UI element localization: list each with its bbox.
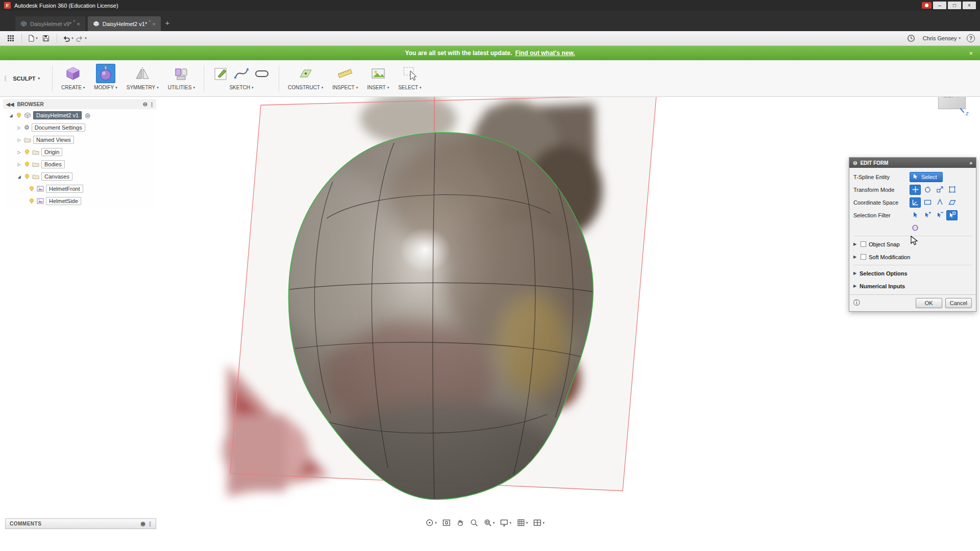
selection-space-button[interactable]: [946, 197, 958, 208]
numerical-inputs-row[interactable]: ▶ Numerical Inputs: [853, 280, 972, 292]
expand-icon[interactable]: ▷: [16, 162, 22, 167]
expand-icon[interactable]: ▶: [853, 242, 860, 246]
comments-panel[interactable]: COMMENTS ◉ ∥: [5, 518, 156, 529]
filter-face-button[interactable]: [946, 210, 958, 220]
job-status-clock-icon[interactable]: [905, 33, 917, 44]
ribbon-tool-construct[interactable]: CONSTRUCT▾: [283, 60, 328, 96]
help-button[interactable]: ?: [967, 34, 975, 42]
file-menu-button[interactable]: ▾: [27, 33, 38, 44]
world-space-button[interactable]: [910, 197, 921, 208]
ok-button[interactable]: OK: [916, 298, 942, 308]
cancel-button[interactable]: Cancel: [945, 298, 972, 308]
visibility-bulb-icon[interactable]: [29, 198, 35, 204]
chevron-down-icon: ▾: [157, 86, 159, 90]
pan-button[interactable]: [456, 518, 464, 527]
minimize-button[interactable]: –: [933, 2, 946, 9]
activate-target-icon[interactable]: ◎: [85, 112, 90, 119]
info-icon[interactable]: ⓘ: [853, 298, 860, 308]
visibility-bulb-icon[interactable]: [29, 186, 35, 192]
scale-mode-button[interactable]: [934, 185, 945, 195]
whats-new-link[interactable]: Find out what's new.: [515, 49, 575, 57]
panel-grip[interactable]: ∥: [149, 521, 152, 527]
expand-icon[interactable]: ▶: [853, 255, 860, 259]
undo-button[interactable]: ▾: [62, 33, 74, 44]
browser-header[interactable]: ◀◀ BROWSER ⊖ ∥: [3, 99, 156, 109]
expand-icon[interactable]: ▶: [853, 284, 860, 288]
panel-toggle-icon[interactable]: ⊖: [143, 101, 148, 108]
panel-grip[interactable]: ∥: [151, 102, 153, 107]
expand-icon[interactable]: ▷: [16, 126, 22, 130]
transform-box-mode-button[interactable]: [946, 185, 958, 195]
redo-button[interactable]: ▾: [76, 33, 87, 44]
browser-item-root[interactable]: ◢ DaisyHelmet2 v1 ◎: [3, 109, 156, 121]
expand-icon[interactable]: ▷: [16, 138, 22, 142]
ribbon-tool-inspect[interactable]: INSPECT▾: [328, 60, 362, 96]
visibility-bulb-icon[interactable]: [24, 161, 30, 167]
filter-vertex-button[interactable]: [922, 210, 933, 220]
ribbon-tool-create[interactable]: CREATE▾: [57, 60, 89, 96]
browser-item-document-settings[interactable]: ▷ ⚙ Document Settings: [3, 121, 156, 134]
selection-options-row[interactable]: ▶ Selection Options: [853, 267, 972, 280]
filter-all-button[interactable]: [910, 210, 921, 220]
visibility-bulb-icon[interactable]: [24, 173, 30, 180]
tab-close-icon[interactable]: ×: [77, 21, 80, 27]
banner-close-icon[interactable]: ×: [969, 49, 973, 57]
app-grid-icon[interactable]: [5, 33, 16, 44]
browser-item-helmetside[interactable]: HelmetSide: [3, 195, 156, 207]
select-entity-button[interactable]: Select: [910, 172, 943, 182]
expand-icon[interactable]: ▶: [853, 271, 860, 276]
collapse-panel-icon[interactable]: ◀◀: [6, 102, 14, 107]
browser-item-helmetfront[interactable]: HelmetFront: [3, 183, 156, 195]
browser-item-canvases[interactable]: ◢ Canvases: [3, 170, 156, 183]
unsaved-indicator-icon: °: [149, 19, 151, 25]
create-box-icon: [65, 64, 81, 83]
dialog-header[interactable]: ⊖ EDIT FORM »: [849, 158, 976, 168]
browser-item-named-views[interactable]: ▷ Named Views: [3, 134, 156, 146]
local-space-button[interactable]: [934, 197, 945, 208]
ribbon-tool-sketch[interactable]: SKETCH▾: [208, 60, 275, 96]
tab-close-icon[interactable]: ×: [152, 21, 155, 27]
object-snap-checkbox[interactable]: [861, 241, 866, 247]
user-name: Chris Gensey: [923, 35, 957, 41]
ribbon-tool-modify[interactable]: MODIFY▾: [89, 60, 121, 96]
new-tab-button[interactable]: +: [165, 18, 170, 27]
rotate-mode-button[interactable]: [922, 185, 933, 195]
soft-modification-checkbox[interactable]: [861, 254, 866, 260]
tab-daisyhelmet-v9[interactable]: DaisyHelmet v9* ° ×: [15, 16, 85, 31]
soft-modification-row[interactable]: ▶ Soft Modification: [853, 251, 972, 263]
workspace-selector[interactable]: SCULPT ▾: [13, 76, 40, 82]
expand-icon[interactable]: ◢: [8, 113, 14, 118]
root-document-label[interactable]: DaisyHelmet2 v1: [33, 111, 82, 119]
ribbon-tool-insert[interactable]: INSERT▾: [362, 60, 394, 96]
display-settings-button[interactable]: ▾: [500, 518, 511, 527]
tab-daisyhelmet2-v1[interactable]: DaisyHelmet2 v1* ° ×: [88, 16, 161, 31]
zoom-window-button[interactable]: ▾: [483, 518, 495, 527]
close-button[interactable]: ×: [963, 2, 976, 9]
browser-item-bodies[interactable]: ▷ Bodies: [3, 158, 156, 170]
ribbon-tool-utilities[interactable]: UTILITIES▾: [163, 60, 200, 96]
expand-icon[interactable]: ▷: [16, 150, 22, 155]
visibility-bulb-icon[interactable]: [16, 112, 22, 118]
maximize-button[interactable]: □: [948, 2, 961, 9]
orbit-button[interactable]: ▾: [425, 518, 437, 527]
viewports-button[interactable]: ▾: [533, 518, 545, 527]
comments-toggle-icon[interactable]: ◉: [140, 520, 145, 527]
mouse-cursor: [911, 236, 918, 246]
user-account-menu[interactable]: Chris Gensey ▾: [923, 35, 961, 41]
visibility-bulb-icon[interactable]: [24, 149, 30, 155]
save-button[interactable]: [40, 33, 52, 44]
ribbon-tool-symmetry[interactable]: SYMMETRY▾: [122, 60, 163, 96]
browser-item-origin[interactable]: ▷ Origin: [3, 146, 156, 158]
ribbon-tool-select[interactable]: SELECT▾: [394, 60, 426, 96]
filter-edge-button[interactable]: [934, 210, 945, 220]
notification-icon[interactable]: [922, 2, 932, 9]
zoom-button[interactable]: [470, 518, 478, 527]
dialog-dock-icon[interactable]: »: [969, 160, 972, 166]
view-space-button[interactable]: [922, 197, 933, 208]
dialog-collapse-icon[interactable]: ⊖: [853, 160, 857, 166]
look-at-button[interactable]: [442, 518, 451, 527]
filter-body-button[interactable]: [910, 223, 921, 233]
grid-settings-button[interactable]: ▾: [517, 518, 528, 527]
expand-icon[interactable]: ◢: [16, 174, 22, 179]
translate-mode-button[interactable]: [910, 185, 921, 195]
